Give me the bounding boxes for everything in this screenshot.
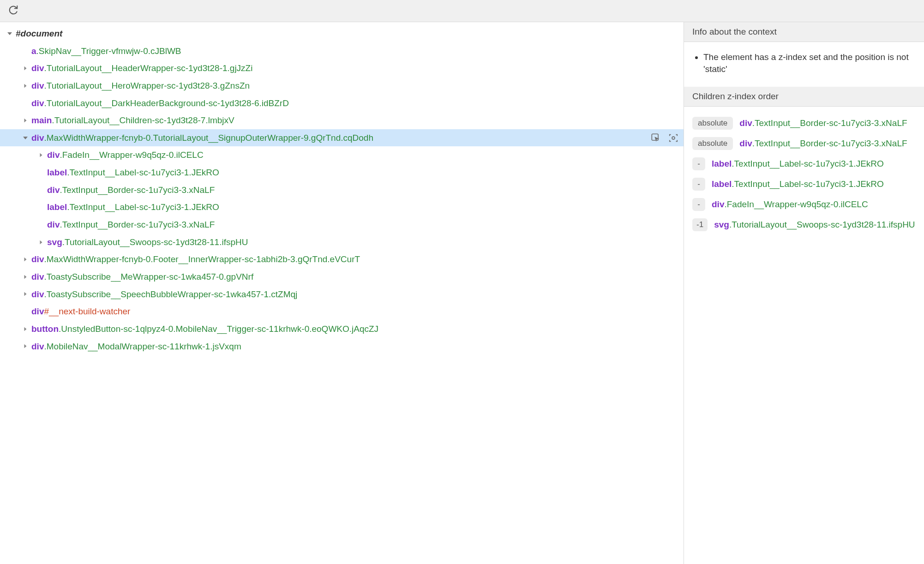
- zorder-child-label: svg.TutorialLayout__Swoops-sc-1yd3t28-11…: [714, 220, 916, 230]
- tree-row[interactable]: label.TextInput__Label-sc-1u7yci3-1.JEkR…: [0, 198, 684, 216]
- zindex-badge: -: [692, 157, 705, 170]
- zorder-child[interactable]: absolutediv.TextInput__Border-sc-1u7yci3…: [692, 113, 916, 133]
- tree-node-label: div.TutorialLayout__HeaderWrapper-sc-1yd…: [31, 62, 679, 74]
- side-pane: Info about the context The element has a…: [684, 22, 924, 564]
- context-panel-body: The element has a z-index set and the po…: [684, 42, 924, 87]
- tree-row[interactable]: div.MaxWidthWrapper-fcnyb-0.TutorialLayo…: [0, 129, 684, 147]
- zindex-badge: -1: [692, 218, 708, 231]
- reload-icon: [8, 5, 18, 17]
- tree-node-label: div.TutorialLayout__HeroWrapper-sc-1yd3t…: [31, 80, 679, 92]
- zorder-child-label: label.TextInput__Label-sc-1u7yci3-1.JEkR…: [712, 179, 916, 189]
- zindex-badge: absolute: [692, 137, 733, 150]
- svg-marker-7: [40, 153, 42, 157]
- screenshot-icon[interactable]: [668, 132, 679, 144]
- inspect-icon[interactable]: [650, 132, 661, 144]
- svg-marker-13: [24, 344, 27, 348]
- tree-node-label: a.SkipNav__Trigger-vfmwjw-0.cJBlWB: [31, 45, 679, 57]
- svg-point-6: [672, 137, 675, 139]
- tree-row[interactable]: main.TutorialLayout__Children-sc-1yd3t28…: [0, 112, 684, 129]
- tree-root-label: #document: [16, 28, 679, 40]
- tree-node-label: label.TextInput__Label-sc-1u7yci3-1.JEkR…: [47, 167, 679, 179]
- reload-button[interactable]: [6, 2, 21, 19]
- chevron-right-icon[interactable]: [22, 117, 29, 124]
- chevron-right-icon[interactable]: [22, 65, 29, 72]
- zorder-child[interactable]: -label.TextInput__Label-sc-1u7yci3-1.JEk…: [692, 154, 916, 174]
- svg-marker-4: [23, 137, 28, 139]
- tree-row[interactable]: div.ToastySubscribe__MeWrapper-sc-1wka45…: [0, 268, 684, 286]
- zindex-badge: -: [692, 198, 705, 211]
- tree-node-label: div.MobileNav__ModalWrapper-sc-11krhwk-1…: [31, 341, 679, 353]
- tree-node-label: div.MaxWidthWrapper-fcnyb-0.TutorialLayo…: [31, 132, 679, 144]
- tree-row[interactable]: div.TextInput__Border-sc-1u7yci3-3.xNaLF: [0, 216, 684, 234]
- chevron-right-icon[interactable]: [22, 326, 29, 332]
- tree-node-label: div.TextInput__Border-sc-1u7yci3-3.xNaLF: [47, 184, 679, 196]
- tree-node-label: div.ToastySubscribe__SpeechBubbleWrapper…: [31, 288, 679, 300]
- tree-row[interactable]: svg.TutorialLayout__Swoops-sc-1yd3t28-11…: [0, 234, 684, 251]
- zorder-child-label: div.FadeIn__Wrapper-w9q5qz-0.ilCELC: [712, 199, 916, 210]
- chevron-right-icon[interactable]: [22, 343, 29, 349]
- svg-marker-9: [24, 258, 27, 261]
- tree-row[interactable]: div#__next-build-watcher: [0, 303, 684, 320]
- zorder-child[interactable]: -1svg.TutorialLayout__Swoops-sc-1yd3t28-…: [692, 215, 916, 235]
- tree-node-label: div#__next-build-watcher: [31, 306, 679, 318]
- chevron-right-icon[interactable]: [22, 274, 29, 280]
- tree-row[interactable]: div.FadeIn__Wrapper-w9q5qz-0.ilCELC: [0, 146, 684, 164]
- chevron-down-icon[interactable]: [6, 30, 13, 37]
- tree-row[interactable]: div.TutorialLayout__HeaderWrapper-sc-1yd…: [0, 60, 684, 77]
- svg-marker-11: [24, 292, 27, 296]
- tree-row[interactable]: div.TutorialLayout__HeroWrapper-sc-1yd3t…: [0, 77, 684, 95]
- tree-row-actions: [650, 132, 679, 144]
- chevron-right-icon[interactable]: [22, 291, 29, 297]
- chevron-down-icon[interactable]: [22, 135, 29, 141]
- tree-row[interactable]: label.TextInput__Label-sc-1u7yci3-1.JEkR…: [0, 164, 684, 181]
- svg-marker-8: [40, 240, 42, 244]
- context-bullet: The element has a z-index set and the po…: [703, 51, 916, 75]
- toolbar: [0, 0, 924, 22]
- tree-node-label: div.FadeIn__Wrapper-w9q5qz-0.ilCELC: [47, 149, 679, 161]
- zindex-badge: -: [692, 178, 705, 191]
- tree-row[interactable]: div.TextInput__Border-sc-1u7yci3-3.xNaLF: [0, 181, 684, 199]
- zorder-child-label: div.TextInput__Border-sc-1u7yci3-3.xNaLF: [739, 118, 916, 128]
- tree-node-label: label.TextInput__Label-sc-1u7yci3-1.JEkR…: [47, 201, 679, 213]
- tree-node-label: div.TutorialLayout__DarkHeaderBackground…: [31, 97, 679, 109]
- tree-node-label: div.ToastySubscribe__MeWrapper-sc-1wka45…: [31, 271, 679, 283]
- zorder-panel-header: Children z-index order: [684, 87, 924, 107]
- zorder-child[interactable]: -div.FadeIn__Wrapper-w9q5qz-0.ilCELC: [692, 194, 916, 215]
- chevron-right-icon[interactable]: [38, 152, 44, 158]
- tree-row[interactable]: button.UnstyledButton-sc-1qlpyz4-0.Mobil…: [0, 320, 684, 338]
- tree-row[interactable]: a.SkipNav__Trigger-vfmwjw-0.cJBlWB: [0, 42, 684, 60]
- chevron-right-icon[interactable]: [38, 239, 44, 246]
- main-split: #document a.SkipNav__Trigger-vfmwjw-0.cJ…: [0, 22, 924, 564]
- app-root: #document a.SkipNav__Trigger-vfmwjw-0.cJ…: [0, 0, 924, 564]
- svg-marker-12: [24, 327, 27, 331]
- tree-node-label: main.TutorialLayout__Children-sc-1yd3t28…: [31, 114, 679, 126]
- tree-row[interactable]: div.TutorialLayout__DarkHeaderBackground…: [0, 95, 684, 112]
- zorder-child[interactable]: -label.TextInput__Label-sc-1u7yci3-1.JEk…: [692, 174, 916, 194]
- context-panel-header: Info about the context: [684, 22, 924, 42]
- dom-tree-pane[interactable]: #document a.SkipNav__Trigger-vfmwjw-0.cJ…: [0, 22, 684, 564]
- tree-row[interactable]: div.ToastySubscribe__SpeechBubbleWrapper…: [0, 286, 684, 303]
- svg-marker-3: [24, 119, 27, 122]
- tree-node-label: div.TextInput__Border-sc-1u7yci3-3.xNaLF: [47, 219, 679, 231]
- zorder-child-label: label.TextInput__Label-sc-1u7yci3-1.JEkR…: [712, 159, 916, 169]
- zorder-child[interactable]: absolutediv.TextInput__Border-sc-1u7yci3…: [692, 133, 916, 154]
- tree-root-row[interactable]: #document: [0, 25, 684, 42]
- svg-marker-10: [24, 275, 27, 279]
- zorder-panel-body: absolutediv.TextInput__Border-sc-1u7yci3…: [684, 107, 924, 244]
- tree-row[interactable]: div.MobileNav__ModalWrapper-sc-11krhwk-1…: [0, 338, 684, 355]
- chevron-right-icon[interactable]: [22, 256, 29, 263]
- tree-node-label: button.UnstyledButton-sc-1qlpyz4-0.Mobil…: [31, 323, 679, 335]
- tree-row[interactable]: div.MaxWidthWrapper-fcnyb-0.Footer__Inne…: [0, 251, 684, 268]
- tree-node-label: svg.TutorialLayout__Swoops-sc-1yd3t28-11…: [47, 236, 679, 248]
- svg-marker-0: [7, 32, 12, 35]
- zorder-child-label: div.TextInput__Border-sc-1u7yci3-3.xNaLF: [739, 138, 916, 149]
- zindex-badge: absolute: [692, 117, 733, 130]
- chevron-right-icon[interactable]: [22, 83, 29, 89]
- svg-marker-2: [24, 84, 27, 88]
- tree-node-label: div.MaxWidthWrapper-fcnyb-0.Footer__Inne…: [31, 253, 679, 265]
- svg-marker-1: [24, 66, 27, 70]
